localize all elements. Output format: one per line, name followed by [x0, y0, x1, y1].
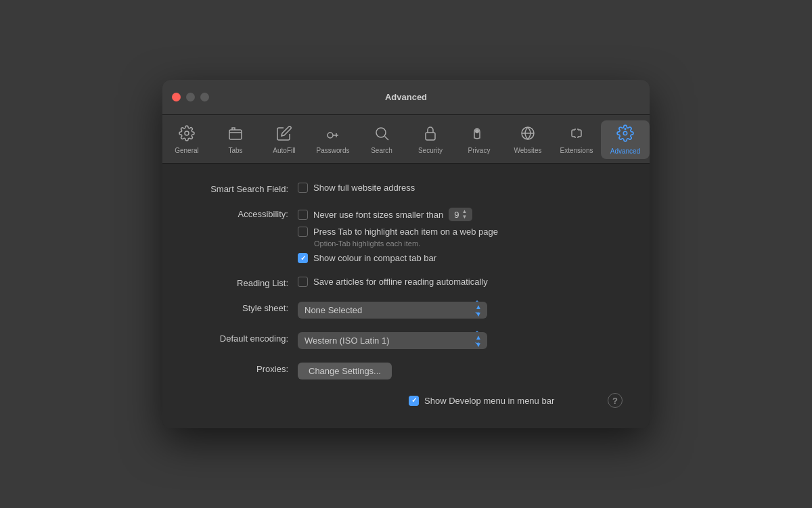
- default-encoding-label: Default encoding:: [189, 332, 298, 344]
- default-encoding-row: Default encoding: Western (ISO Latin 1) …: [189, 332, 623, 349]
- stepper-down-icon[interactable]: ▼: [461, 214, 467, 220]
- security-icon: [422, 125, 438, 144]
- svg-point-0: [185, 131, 189, 135]
- autofill-icon: [276, 125, 292, 144]
- option-tab-subtext: Option-Tab highlights each item.: [314, 239, 498, 248]
- develop-menu-row: Show Develop menu in menu bar: [409, 396, 554, 406]
- tab-passwords-label: Passwords: [317, 147, 350, 154]
- tab-autofill[interactable]: AutoFill: [260, 121, 309, 158]
- show-full-address-checkbox[interactable]: [298, 183, 308, 193]
- encoding-select-wrapper: Western (ISO Latin 1) Unicode (UTF-8) Ja…: [298, 332, 487, 349]
- tab-autofill-label: AutoFill: [273, 147, 295, 154]
- tab-search[interactable]: Search: [357, 121, 406, 158]
- tab-general[interactable]: General: [162, 121, 211, 158]
- window-title: Advanced: [385, 92, 427, 102]
- tab-advanced[interactable]: Advanced: [601, 120, 650, 159]
- accessibility-content: Never use font sizes smaller than 9 ▲ ▼ …: [298, 208, 498, 263]
- svg-line-4: [385, 137, 389, 141]
- press-tab-text: Press Tab to highlight each item on a we…: [313, 227, 498, 237]
- style-sheet-row: Style sheet: None Selected Custom... ▲ ▼: [189, 302, 623, 319]
- encoding-select[interactable]: Western (ISO Latin 1) Unicode (UTF-8) Ja…: [298, 332, 487, 349]
- content-area: Smart Search Field: Show full website ad…: [162, 164, 650, 428]
- proxies-content: Change Settings...: [298, 363, 392, 379]
- toolbar: General Tabs AutoFill: [162, 115, 650, 164]
- show-colour-row: Show colour in compact tab bar: [298, 253, 498, 263]
- tab-privacy[interactable]: Privacy: [455, 121, 503, 158]
- general-icon: [179, 125, 195, 144]
- reading-list-content: Save articles for offline reading automa…: [298, 277, 488, 287]
- accessibility-label: Accessibility:: [189, 208, 298, 219]
- show-colour-checkbox[interactable]: [298, 253, 308, 263]
- press-tab-checkbox[interactable]: [298, 227, 308, 237]
- press-tab-row: Press Tab to highlight each item on a we…: [298, 227, 498, 237]
- tab-tabs-label: Tabs: [228, 147, 242, 154]
- reading-list-row: Reading List: Save articles for offline …: [189, 277, 623, 288]
- develop-menu-checkbox[interactable]: [409, 396, 419, 406]
- main-window: Advanced General Tabs: [162, 80, 650, 428]
- passwords-icon: [325, 125, 341, 144]
- svg-rect-1: [229, 130, 242, 139]
- style-sheet-content: None Selected Custom... ▲ ▼: [298, 302, 487, 319]
- font-size-stepper[interactable]: 9 ▲ ▼: [449, 208, 472, 221]
- svg-point-3: [376, 128, 386, 137]
- smart-search-content: Show full website address: [298, 183, 415, 193]
- tab-extensions-label: Extensions: [560, 147, 593, 154]
- font-size-value: 9: [454, 210, 459, 220]
- websites-icon: [520, 125, 536, 144]
- smart-search-label: Smart Search Field:: [189, 183, 298, 194]
- tab-general-label: General: [175, 147, 199, 154]
- search-icon: [374, 125, 390, 144]
- tab-passwords[interactable]: Passwords: [309, 121, 357, 158]
- traffic-lights: [172, 93, 209, 101]
- tab-websites-label: Websites: [514, 147, 542, 154]
- style-sheet-label: Style sheet:: [189, 302, 298, 313]
- maximize-button[interactable]: [200, 93, 209, 101]
- show-colour-text: Show colour in compact tab bar: [313, 253, 436, 263]
- extensions-icon: [568, 125, 585, 144]
- smart-search-row: Smart Search Field: Show full website ad…: [189, 183, 623, 194]
- show-full-address-text: Show full website address: [313, 183, 415, 193]
- close-button[interactable]: [172, 93, 181, 101]
- help-button[interactable]: ?: [608, 393, 623, 408]
- tab-advanced-label: Advanced: [610, 147, 640, 155]
- save-articles-checkbox[interactable]: [298, 277, 308, 287]
- default-encoding-content: Western (ISO Latin 1) Unicode (UTF-8) Ja…: [298, 332, 487, 349]
- tabs-icon: [227, 125, 244, 144]
- tab-privacy-label: Privacy: [468, 147, 491, 154]
- accessibility-row: Accessibility: Never use font sizes smal…: [189, 208, 623, 263]
- never-font-size-checkbox[interactable]: [298, 210, 308, 220]
- develop-menu-text: Show Develop menu in menu bar: [424, 396, 554, 406]
- svg-point-8: [624, 128, 626, 130]
- proxies-row: Proxies: Change Settings...: [189, 363, 623, 379]
- never-font-size-row: Never use font sizes smaller than 9 ▲ ▼: [298, 208, 498, 221]
- proxies-label: Proxies:: [189, 363, 298, 374]
- stepper-arrows: ▲ ▼: [461, 209, 467, 220]
- privacy-icon: [471, 125, 487, 144]
- tab-extensions[interactable]: Extensions: [552, 121, 601, 158]
- svg-point-2: [328, 133, 333, 138]
- svg-rect-5: [426, 133, 435, 140]
- change-settings-button[interactable]: Change Settings...: [298, 363, 392, 379]
- tab-security[interactable]: Security: [406, 121, 455, 158]
- tab-websites[interactable]: Websites: [503, 121, 552, 158]
- advanced-icon: [616, 124, 634, 145]
- minimize-button[interactable]: [186, 93, 195, 101]
- tab-search-label: Search: [371, 147, 392, 154]
- svg-point-7: [623, 131, 627, 135]
- tab-tabs[interactable]: Tabs: [211, 121, 260, 158]
- style-sheet-select-wrapper: None Selected Custom... ▲ ▼: [298, 302, 487, 319]
- style-sheet-select[interactable]: None Selected Custom...: [298, 302, 487, 319]
- reading-list-label: Reading List:: [189, 277, 298, 288]
- bottom-row: Show Develop menu in menu bar ?: [189, 393, 623, 408]
- show-full-address-row: Show full website address: [298, 183, 415, 193]
- tab-security-label: Security: [418, 147, 443, 154]
- never-font-size-text: Never use font sizes smaller than: [313, 210, 443, 220]
- save-articles-text: Save articles for offline reading automa…: [313, 277, 488, 287]
- titlebar: Advanced: [162, 80, 650, 115]
- save-articles-row: Save articles for offline reading automa…: [298, 277, 488, 287]
